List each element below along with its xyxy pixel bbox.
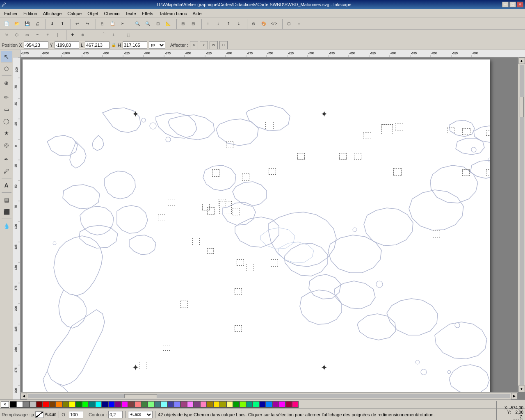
scroll-thumb-horizontal[interactable] (124, 394, 157, 398)
color-swatch-43[interactable] (292, 401, 299, 408)
scroll-track-horizontal[interactable] (28, 394, 510, 398)
menu-item-fichier[interactable]: Fichier (2, 10, 20, 17)
menu-item-edition[interactable]: Edition (21, 10, 40, 17)
lock-icon[interactable]: 🔒 (111, 43, 116, 47)
snap-grid[interactable]: # (43, 30, 52, 40)
color-swatch-13[interactable] (95, 401, 102, 408)
color-swatch-9[interactable] (69, 401, 75, 408)
transform-button[interactable]: ↔ (294, 19, 304, 29)
opacity-input[interactable] (69, 411, 83, 418)
menu-item-objet[interactable]: Objet (85, 10, 100, 17)
maximize-button[interactable]: □ (509, 2, 516, 7)
color-swatch-26[interactable] (180, 401, 187, 408)
affect-x-button[interactable]: X (190, 41, 198, 49)
zoom-page-button[interactable]: 📐 (163, 19, 173, 29)
menu-item-aide[interactable]: Aide (190, 10, 204, 17)
color-swatch-36[interactable] (246, 401, 253, 408)
color-swatch-30[interactable] (207, 401, 213, 408)
fill-stroke-button[interactable]: 🎨 (259, 19, 269, 29)
color-swatch-11[interactable] (82, 401, 89, 408)
copy-button[interactable]: ⎘ (97, 19, 107, 29)
snap-perpendicular[interactable]: ⊥ (109, 30, 119, 40)
zoom-out-button[interactable]: 🔍 (143, 19, 153, 29)
color-swatch-21[interactable] (148, 401, 154, 408)
scroll-track-vertical[interactable] (520, 65, 524, 385)
color-swatch-23[interactable] (161, 401, 167, 408)
affect-y-button[interactable]: Y (200, 41, 208, 49)
color-swatch-0[interactable] (10, 401, 16, 408)
color-swatch-17[interactable] (121, 401, 128, 408)
color-swatch-34[interactable] (233, 401, 240, 408)
color-swatch-15[interactable] (108, 401, 115, 408)
rect-tool-button[interactable]: ▭ (1, 103, 12, 115)
color-swatch-27[interactable] (187, 401, 194, 408)
menu-item-tableau blanc[interactable]: Tableau blanc (157, 10, 189, 17)
color-swatch-25[interactable] (174, 401, 180, 408)
color-swatch-14[interactable] (102, 401, 108, 408)
export-button[interactable]: ⬆ (57, 19, 67, 29)
color-swatch-41[interactable] (279, 401, 285, 408)
menu-item-texte[interactable]: Texte (123, 10, 138, 17)
color-swatch-42[interactable] (285, 401, 292, 408)
color-swatch-38[interactable] (259, 401, 266, 408)
minimize-button[interactable]: ─ (502, 2, 509, 7)
affect-w-button[interactable]: W (210, 41, 218, 49)
node-tool-button[interactable]: ⬡ (1, 63, 12, 74)
scroll-right-button[interactable]: ▶ (511, 393, 518, 399)
lower-button[interactable]: ↓ (213, 19, 223, 29)
pencil-tool-button[interactable]: ✏ (1, 91, 12, 103)
color-swatch-22[interactable] (154, 401, 161, 408)
snap-bbox[interactable]: ▭ (22, 30, 32, 40)
snap-intersection[interactable]: ✚ (68, 30, 78, 40)
menu-item-chemin[interactable]: Chemin (101, 10, 122, 17)
lower-bottom-button[interactable]: ⤓ (234, 19, 244, 29)
color-swatch-7[interactable] (56, 401, 62, 408)
spiral-tool-button[interactable]: ◎ (1, 139, 12, 151)
select-tool-button[interactable]: ↖ (1, 51, 12, 62)
color-swatch-12[interactable] (89, 401, 95, 408)
no-color-button[interactable]: ✕ (1, 401, 9, 408)
gradient-tool-button[interactable]: ▤ (1, 194, 12, 205)
color-swatch-2[interactable] (23, 401, 30, 408)
text-tool-button[interactable]: A (1, 180, 12, 191)
drawing-canvas[interactable]: ✦ ✦ ✦ ✦ ✦ ✦ ✦ (23, 59, 490, 399)
xml-editor-button[interactable]: </> (269, 19, 279, 29)
snap-guide[interactable]: | (53, 30, 63, 40)
circle-tool-button[interactable]: ◯ (1, 115, 12, 127)
canvas-container[interactable]: ✦ ✦ ✦ ✦ ✦ ✦ ✦ (21, 57, 525, 399)
print-button[interactable]: 🖨 (32, 19, 42, 29)
raise-top-button[interactable]: ⤒ (224, 19, 233, 29)
color-swatch-18[interactable] (128, 401, 135, 408)
color-swatch-24[interactable] (167, 401, 174, 408)
snap-path[interactable]: ⋯ (32, 30, 42, 40)
color-swatch-29[interactable] (200, 401, 207, 408)
menu-item-effets[interactable]: Effets (139, 10, 156, 17)
scroll-up-button[interactable]: ▲ (518, 57, 525, 64)
fill-tool-button[interactable]: ⬛ (1, 206, 12, 217)
scroll-left-button[interactable]: ◀ (21, 393, 27, 399)
color-swatch-33[interactable] (226, 401, 233, 408)
color-swatch-39[interactable] (266, 401, 272, 408)
snap-page[interactable]: ⬚ (123, 30, 133, 40)
menu-item-affichage[interactable]: Affichage (41, 10, 64, 17)
node-editor-button[interactable]: ⬡ (284, 19, 294, 29)
horizontal-scrollbar[interactable]: ◀ ▶ (21, 392, 518, 399)
color-swatch-6[interactable] (49, 401, 56, 408)
new-button[interactable]: 📄 (2, 19, 11, 29)
undo-button[interactable]: ↩ (72, 19, 82, 29)
zoom-in-button[interactable]: 🔍 (132, 19, 142, 29)
menu-item-calque[interactable]: Calque (65, 10, 84, 17)
color-swatch-3[interactable] (30, 401, 36, 408)
ungroup-button[interactable]: ⊟ (188, 19, 198, 29)
color-swatch-19[interactable] (135, 401, 141, 408)
redo-button[interactable]: ↪ (82, 19, 92, 29)
fill-color-swatch[interactable] (35, 411, 43, 418)
unit-select[interactable]: px mm cm pt (149, 41, 165, 49)
size-h-input[interactable] (123, 41, 147, 49)
vertical-scrollbar[interactable]: ▲ ▼ (518, 57, 525, 392)
zoom-fit-button[interactable]: ⊡ (153, 19, 163, 29)
position-x-input[interactable] (24, 41, 48, 49)
align-button[interactable]: ⊜ (249, 19, 258, 29)
close-button[interactable]: ✕ (517, 2, 523, 7)
dropper-tool-button[interactable]: 💧 (1, 220, 12, 232)
